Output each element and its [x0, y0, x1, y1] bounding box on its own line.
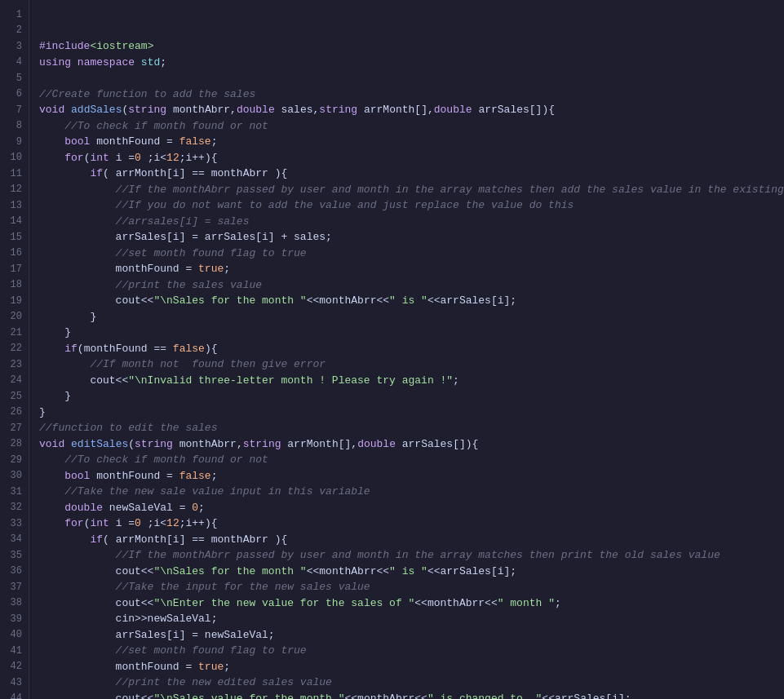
line-number: 42	[0, 659, 29, 675]
token-plain: (	[84, 150, 91, 166]
token-plain	[39, 515, 64, 532]
token-num: 0	[192, 500, 198, 516]
token-plain: ;	[555, 595, 561, 612]
code-line: cout<<"\nSales for the month "<<monthAbr…	[39, 293, 784, 309]
line-number: 20	[0, 309, 29, 325]
line-numbers: 1234567891011121314151617181920212223242…	[0, 0, 29, 699]
token-plain: <<monthAbrr<<	[414, 595, 497, 612]
token-inc: #include	[39, 38, 90, 55]
code-line: cin>>newSaleVal;	[39, 611, 784, 627]
token-bool-val: true	[198, 659, 224, 675]
line-number: 36	[0, 564, 29, 580]
token-plain: }	[39, 309, 96, 325]
code-line: cout<<"\nEnter the new value for the sal…	[39, 595, 784, 612]
token-cm: //If the monthAbrr passed by user and mo…	[39, 547, 720, 564]
code-content[interactable]: #include<iostream>using namespace std; /…	[29, 0, 784, 699]
line-number: 14	[0, 214, 29, 230]
token-kw: void	[39, 436, 64, 453]
code-line: //Take the input for the new sales value	[39, 579, 784, 595]
token-kw: string	[135, 436, 173, 453]
code-line: monthFound = true;	[39, 659, 784, 675]
code-line: //print the new edited sales value	[39, 675, 784, 691]
line-number: 12	[0, 182, 29, 198]
token-plain: newSaleVal =	[103, 500, 192, 516]
code-line: //If month not found then give error	[39, 356, 784, 373]
code-line: //Take the new sale value input in this …	[39, 484, 784, 500]
token-plain: ;i<	[141, 515, 166, 532]
token-plain	[135, 55, 141, 71]
token-plain: arrSales[i] = arrSales[i] + sales;	[39, 229, 332, 246]
token-plain: arrSales[]){	[472, 102, 555, 118]
token-plain	[39, 134, 64, 150]
token-cm: //print the sales value	[39, 277, 262, 294]
token-cm: //To check if month found or not	[39, 452, 268, 468]
code-line: cout<<"\nSales value for the month "<<mo…	[39, 691, 784, 700]
line-number: 32	[0, 500, 29, 516]
token-plain: ( arrMonth[i] == monthAbrr ){	[103, 532, 287, 548]
token-kw: double	[237, 102, 275, 118]
code-line: arrSales[i] = newSaleVal;	[39, 627, 784, 644]
token-num: 0	[135, 150, 141, 166]
line-number: 30	[0, 468, 29, 484]
token-cm: //print the new edited sales value	[39, 675, 332, 691]
line-number: 41	[0, 643, 29, 659]
token-plain	[71, 55, 78, 71]
line-number: 10	[0, 150, 29, 166]
token-header: <iostream>	[90, 38, 153, 55]
token-str: " month "	[498, 595, 555, 612]
token-cm: //set month found flag to true	[39, 643, 307, 659]
token-kw: if	[90, 532, 103, 548]
line-number: 3	[0, 38, 29, 55]
line-number: 40	[0, 627, 29, 644]
token-kw: namespace	[78, 55, 135, 71]
token-plain: }	[39, 325, 71, 341]
token-str: " is "	[389, 564, 427, 580]
line-number: 35	[0, 547, 29, 564]
token-kw: string	[128, 102, 166, 118]
token-str: "\nEnter the new value for the sales of …	[153, 595, 414, 612]
token-cm: //To check if month found or not	[39, 118, 268, 135]
token-num: 0	[135, 515, 141, 532]
token-kw: void	[39, 102, 64, 118]
token-plain: monthFound =	[90, 134, 179, 150]
token-bool-val: false	[173, 341, 205, 357]
token-plain: <<monthAbrr<<	[307, 564, 389, 580]
token-plain: cout<<	[39, 595, 153, 612]
token-fn: addSales	[71, 102, 122, 118]
token-plain: cout<<	[39, 293, 153, 309]
line-number: 8	[0, 118, 29, 135]
token-plain: ){	[205, 341, 218, 357]
token-cm: //Take the new sale value input in this …	[39, 484, 370, 500]
code-line: //If the monthAbrr passed by user and mo…	[39, 547, 784, 564]
token-plain: ( arrMonth[i] == monthAbrr ){	[103, 166, 287, 182]
token-str: "\nSales for the month "	[153, 293, 306, 309]
code-line: }	[39, 309, 784, 325]
token-bool-val: true	[198, 261, 224, 277]
code-line: if( arrMonth[i] == monthAbrr ){	[39, 532, 784, 548]
token-plain: ;	[211, 134, 218, 150]
line-number: 31	[0, 484, 29, 500]
token-str: " is changed to "	[427, 691, 542, 700]
token-plain	[64, 436, 71, 453]
token-plain	[39, 468, 64, 484]
token-str: " is "	[389, 293, 427, 309]
token-plain: (monthFound ==	[78, 341, 173, 357]
token-plain: <<arrSales[i];	[427, 564, 516, 580]
code-line: if(monthFound == false){	[39, 341, 784, 357]
token-cm: //set month found flag to true	[39, 246, 307, 262]
code-line: }	[39, 388, 784, 405]
token-plain: cout<<	[39, 691, 153, 700]
code-line: for(int i =0 ;i<12;i++){	[39, 515, 784, 532]
token-plain: arrMonth[],	[281, 436, 358, 453]
line-number: 11	[0, 166, 29, 182]
token-plain: ;	[224, 659, 230, 675]
token-plain: arrSales[i] = newSaleVal;	[39, 627, 275, 644]
line-number: 21	[0, 325, 29, 341]
code-line: for(int i =0 ;i<12;i++){	[39, 150, 784, 166]
token-plain: monthFound =	[39, 659, 198, 675]
line-number: 22	[0, 341, 29, 357]
token-plain: ;	[198, 500, 205, 516]
code-line: double newSaleVal = 0;	[39, 500, 784, 516]
token-kw: double	[357, 436, 396, 453]
token-cm: //If month not found then give error	[39, 356, 326, 373]
